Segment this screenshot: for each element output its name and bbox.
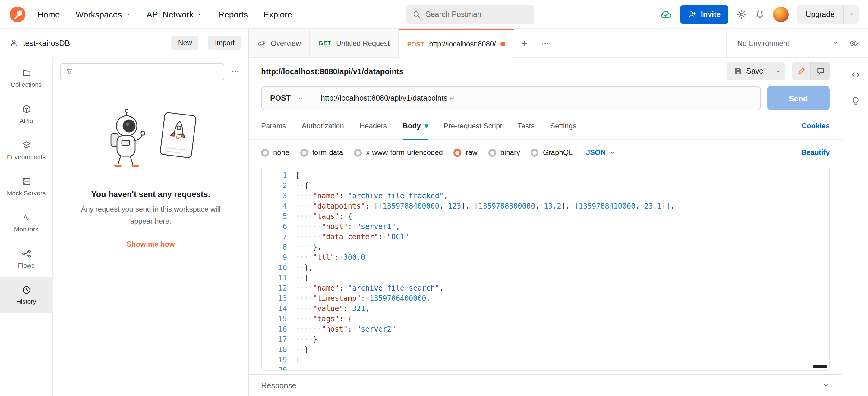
code-line[interactable]: 14····"value":·321, <box>262 304 829 314</box>
history-clock-icon <box>22 285 31 294</box>
edit-comment-toggle <box>792 62 830 80</box>
sidebar: test-kairosDB New Import Collections API… <box>0 29 249 396</box>
nav-explore[interactable]: Explore <box>264 9 292 19</box>
tab-overview[interactable]: Overview <box>249 29 310 57</box>
nav-api-network[interactable]: API Network <box>147 9 203 19</box>
sync-cloud-icon[interactable] <box>660 8 672 20</box>
upgrade-button[interactable]: Upgrade <box>797 5 843 23</box>
new-button[interactable]: New <box>172 36 199 50</box>
code-line[interactable]: 8····}, <box>262 242 829 253</box>
url-input[interactable]: http://localhost:8080/api/v1/datapoints↵ <box>312 94 761 102</box>
body-code-editor[interactable]: 1[2··{3····"name":·"archive_file_tracked… <box>261 168 830 371</box>
code-line[interactable]: 17····} <box>262 334 829 345</box>
comments-button[interactable] <box>811 62 830 80</box>
method-select[interactable]: POST <box>262 87 312 110</box>
save-button[interactable]: Save <box>726 62 771 80</box>
sidebar-item-mock-servers[interactable]: Mock Servers <box>0 168 53 204</box>
search-input[interactable]: Search Postman <box>406 5 534 24</box>
code-line[interactable]: 2··{ <box>262 181 829 191</box>
upgrade-menu-button[interactable] <box>843 5 859 23</box>
history-empty-state: You haven't sent any requests. Any reque… <box>53 105 248 248</box>
tab-options-button[interactable] <box>535 29 556 57</box>
code-line[interactable]: 19] <box>262 355 829 365</box>
code-snippet-icon[interactable] <box>850 70 860 79</box>
response-bar[interactable]: Response <box>249 374 842 396</box>
tab-authorization[interactable]: Authorization <box>302 112 344 139</box>
code-line[interactable]: 11··{ <box>262 273 829 283</box>
environments-layers-icon <box>22 140 31 150</box>
code-line[interactable]: 10··}, <box>262 263 829 273</box>
tab-params[interactable]: Params <box>261 112 286 139</box>
import-button[interactable]: Import <box>208 36 241 50</box>
tab-tests[interactable]: Tests <box>518 112 534 139</box>
sidebar-item-environments[interactable]: Environments <box>0 132 53 168</box>
postman-logo-icon[interactable] <box>10 6 25 22</box>
notifications-bell-icon[interactable] <box>755 9 765 19</box>
code-line[interactable]: 4····"datapoints":·[[1359788400000,·123]… <box>262 201 829 211</box>
sidebar-item-flows[interactable]: Flows <box>0 240 53 277</box>
code-line[interactable]: 3····"name":·"archive_file_tracked", <box>262 191 829 201</box>
send-button[interactable]: Send <box>767 86 830 110</box>
empty-state-body: Any request you send in this workspace w… <box>75 204 227 228</box>
nav-workspaces[interactable]: Workspaces <box>76 9 131 19</box>
chevron-down-icon <box>298 96 303 101</box>
code-line[interactable]: 6······"host":·"server1", <box>262 222 829 232</box>
sidebar-item-apis[interactable]: APIs <box>0 96 53 132</box>
rename-pencil-button[interactable] <box>792 62 811 80</box>
code-line[interactable]: 20 <box>262 365 829 371</box>
top-bar-actions: Invite Upgrade <box>660 5 859 23</box>
top-bar: Home Workspaces API Network Reports Expl… <box>0 0 868 29</box>
search-placeholder: Search Postman <box>426 10 482 19</box>
nav-home[interactable]: Home <box>37 9 60 19</box>
line-number: 1 <box>262 171 287 181</box>
code-line[interactable]: 5····"tags":·{ <box>262 211 829 222</box>
code-line[interactable]: 9····"ttl":·300.0 <box>262 253 829 263</box>
workspace-name[interactable]: test-kairosDB <box>23 38 167 47</box>
settings-gear-icon[interactable] <box>737 9 746 19</box>
tab-headers[interactable]: Headers <box>360 112 387 139</box>
tab-pre-request-script[interactable]: Pre-request Script <box>444 112 502 139</box>
sidebar-content: You haven't sent any requests. Any reque… <box>53 57 248 396</box>
mode-x-www-form-urlencoded[interactable]: x-www-form-urlencoded <box>354 148 443 157</box>
cookies-link[interactable]: Cookies <box>802 122 830 130</box>
mode-none[interactable]: none <box>261 148 289 157</box>
mode-binary[interactable]: binary <box>489 148 520 157</box>
save-floppy-icon <box>734 67 742 75</box>
user-avatar[interactable] <box>773 6 789 22</box>
code-line[interactable]: 15····"tags":·{ <box>262 314 829 324</box>
radio-icon <box>454 148 462 156</box>
mode-graphql[interactable]: GraphQL <box>531 148 573 157</box>
nav-reports[interactable]: Reports <box>218 9 248 19</box>
tab-body[interactable]: Body <box>403 112 428 139</box>
line-number: 14 <box>262 304 287 314</box>
code-line[interactable]: 1[ <box>262 171 829 181</box>
environment-quick-look-eye-icon[interactable] <box>844 29 864 57</box>
code-line[interactable]: 12····"name":·"archive_file_search", <box>262 283 829 294</box>
mode-form-data[interactable]: form-data <box>300 148 343 157</box>
tab-untitled-request[interactable]: GET Untitled Request <box>310 29 399 57</box>
radio-icon <box>261 148 269 156</box>
code-line[interactable]: 16······"host":·"server2" <box>262 324 829 334</box>
response-expand-chevron[interactable] <box>823 380 830 391</box>
horizontal-scrollbar-thumb[interactable] <box>813 365 827 368</box>
invite-button[interactable]: Invite <box>680 5 728 23</box>
sidebar-item-collections[interactable]: Collections <box>0 60 53 96</box>
history-filter-input[interactable] <box>76 67 219 76</box>
show-me-how-link[interactable]: Show me how <box>127 240 175 248</box>
mode-raw[interactable]: raw <box>454 148 477 157</box>
beautify-link[interactable]: Beautify <box>801 148 830 157</box>
environment-selector[interactable]: No Environment <box>732 39 844 47</box>
tab-localhost-request[interactable]: POST http://localhost:8080/ <box>399 29 514 58</box>
tab-settings[interactable]: Settings <box>550 112 577 139</box>
code-line[interactable]: 7······"data_center":·"DC1" <box>262 232 829 242</box>
bulb-icon[interactable] <box>850 96 860 106</box>
code-line[interactable]: 13····"timestamp":·1359786400000, <box>262 294 829 304</box>
sidebar-item-monitors[interactable]: Monitors <box>0 204 53 240</box>
save-menu-button[interactable] <box>771 62 785 80</box>
sidebar-more-options-button[interactable] <box>230 67 240 76</box>
sidebar-item-history[interactable]: History <box>0 277 53 313</box>
new-tab-button[interactable] <box>515 29 535 57</box>
body-content-dot <box>425 124 428 128</box>
code-line[interactable]: 18··} <box>262 345 829 355</box>
language-select[interactable]: JSON <box>586 148 615 157</box>
